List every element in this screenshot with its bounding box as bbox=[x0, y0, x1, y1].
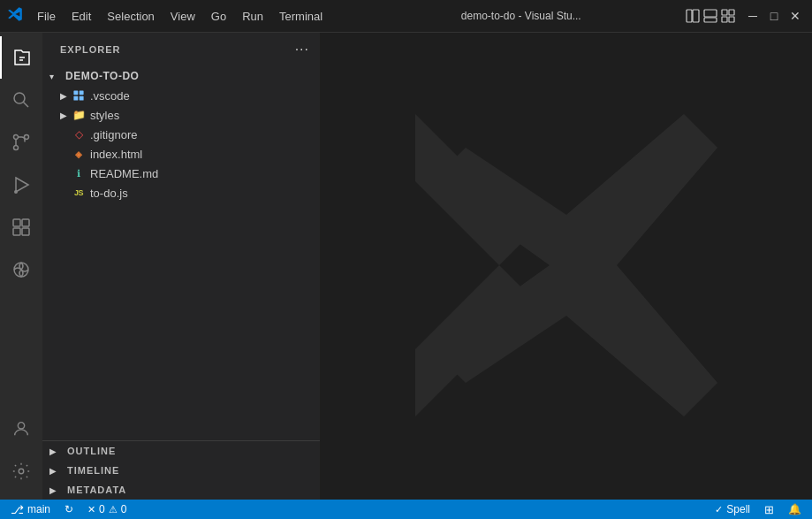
notification-bell-icon: 🔔 bbox=[788, 503, 801, 515]
svg-marker-13 bbox=[16, 178, 28, 192]
outline-panel-header[interactable]: ▶ OUTLINE bbox=[42, 441, 320, 461]
styles-arrow: ▶ bbox=[57, 111, 71, 120]
search-activity-icon[interactable] bbox=[0, 79, 42, 121]
vscode-watermark bbox=[398, 97, 734, 436]
vscode-logo bbox=[7, 6, 23, 27]
remote-status-item[interactable]: ⊞ bbox=[761, 503, 778, 516]
menu-edit[interactable]: Edit bbox=[65, 7, 98, 26]
svg-rect-23 bbox=[80, 90, 84, 95]
svg-point-10 bbox=[14, 135, 19, 140]
svg-rect-17 bbox=[13, 228, 20, 235]
minimize-button[interactable]: ─ bbox=[743, 6, 763, 26]
menu-run[interactable]: Run bbox=[235, 7, 270, 26]
todo-js-file-label: to-do.js bbox=[90, 187, 128, 200]
svg-point-20 bbox=[18, 423, 24, 429]
sync-icon: ↻ bbox=[65, 503, 73, 515]
panel-toggle-icon[interactable] bbox=[702, 8, 718, 24]
styles-folder-item[interactable]: ▶ 📁 styles bbox=[42, 105, 320, 125]
main-layout: EXPLORER ··· ▾ DEMO-TO-DO ▶ bbox=[0, 33, 812, 500]
metadata-panel-arrow: ▶ bbox=[49, 485, 64, 495]
branch-status-item[interactable]: ⎇ main bbox=[7, 503, 54, 516]
styles-folder-label: styles bbox=[90, 109, 119, 122]
maximize-button[interactable]: □ bbox=[764, 6, 784, 26]
timeline-panel-header[interactable]: ▶ TIMELINE bbox=[42, 461, 320, 480]
menu-bar: File Edit Selection View Go Run Terminal bbox=[30, 7, 358, 26]
run-debug-activity-icon[interactable] bbox=[0, 164, 42, 206]
metadata-panel-header[interactable]: ▶ METADATA bbox=[42, 480, 320, 500]
settings-activity-icon[interactable] bbox=[0, 450, 42, 492]
extensions-activity-icon[interactable] bbox=[0, 206, 42, 248]
svg-rect-2 bbox=[704, 10, 717, 17]
status-bar-right: ✓ Spell ⊞ 🔔 bbox=[711, 503, 805, 516]
svg-rect-22 bbox=[73, 90, 78, 95]
file-tree: ▾ DEMO-TO-DO ▶ .vscode ▶ bbox=[42, 66, 320, 440]
root-folder[interactable]: ▾ DEMO-TO-DO bbox=[42, 66, 320, 86]
remote-explorer-activity-icon[interactable] bbox=[0, 248, 42, 291]
warning-icon: ⚠ bbox=[109, 504, 118, 515]
sync-status-item[interactable]: ↻ bbox=[61, 503, 77, 515]
title-bar: File Edit Selection View Go Run Terminal… bbox=[0, 0, 812, 33]
svg-rect-1 bbox=[693, 10, 699, 22]
sidebar-toggle-icon[interactable] bbox=[685, 8, 701, 24]
readme-file-item[interactable]: ℹ README.md bbox=[42, 164, 320, 183]
spell-label: Spell bbox=[726, 503, 750, 515]
menu-view[interactable]: View bbox=[163, 7, 202, 26]
svg-rect-24 bbox=[73, 96, 78, 101]
svg-rect-6 bbox=[722, 17, 727, 22]
gitignore-file-item[interactable]: ◇ .gitignore bbox=[42, 125, 320, 144]
timeline-panel-arrow: ▶ bbox=[49, 466, 64, 476]
metadata-panel-title: METADATA bbox=[67, 485, 126, 495]
warning-count: 0 bbox=[121, 503, 127, 515]
activity-bar bbox=[0, 33, 42, 500]
menu-terminal[interactable]: Terminal bbox=[272, 7, 330, 26]
vscode-arrow: ▶ bbox=[57, 91, 71, 101]
menu-file[interactable]: File bbox=[30, 7, 63, 26]
todo-js-file-item[interactable]: JS to-do.js bbox=[42, 183, 320, 202]
outline-panel-arrow: ▶ bbox=[49, 446, 64, 456]
root-folder-arrow: ▾ bbox=[49, 72, 64, 81]
editor-area bbox=[320, 33, 812, 500]
gitignore-file-icon: ◇ bbox=[71, 126, 87, 142]
menu-go[interactable]: Go bbox=[204, 7, 233, 26]
timeline-panel-title: TIMELINE bbox=[67, 465, 119, 476]
notification-status-item[interactable]: 🔔 bbox=[785, 503, 805, 515]
layout-icon[interactable] bbox=[720, 8, 736, 24]
svg-rect-16 bbox=[22, 219, 29, 226]
status-bar: ⎇ main ↻ ✕ 0 ⚠ 0 ✓ Spell ⊞ 🔔 bbox=[0, 500, 812, 519]
branch-name: main bbox=[27, 503, 50, 515]
svg-rect-25 bbox=[80, 96, 84, 101]
explorer-title: EXPLORER bbox=[60, 44, 121, 55]
status-bar-left: ⎇ main ↻ ✕ 0 ⚠ 0 bbox=[7, 503, 130, 516]
svg-rect-3 bbox=[704, 18, 717, 22]
bottom-panels: ▶ OUTLINE ▶ TIMELINE ▶ METADATA bbox=[42, 440, 320, 500]
activity-bottom bbox=[0, 408, 42, 500]
svg-rect-18 bbox=[22, 228, 29, 235]
branch-icon: ⎇ bbox=[11, 503, 24, 516]
close-button[interactable]: ✕ bbox=[785, 6, 805, 26]
remote-icon: ⊞ bbox=[764, 503, 774, 516]
index-html-file-label: index.html bbox=[90, 148, 142, 161]
svg-rect-7 bbox=[729, 17, 734, 22]
vscode-folder-item[interactable]: ▶ .vscode bbox=[42, 86, 320, 105]
source-control-activity-icon[interactable] bbox=[0, 121, 42, 164]
outline-panel-title: OUTLINE bbox=[67, 446, 116, 456]
readme-file-icon: ℹ bbox=[71, 165, 87, 181]
accounts-activity-icon[interactable] bbox=[0, 408, 42, 450]
index-html-file-item[interactable]: ◈ index.html bbox=[42, 144, 320, 164]
vscode-folder-label: .vscode bbox=[90, 89, 130, 103]
layout-icons bbox=[685, 8, 736, 24]
menu-selection[interactable]: Selection bbox=[100, 7, 161, 26]
svg-point-21 bbox=[19, 469, 24, 474]
svg-line-9 bbox=[24, 103, 29, 108]
explorer-more-button[interactable]: ··· bbox=[295, 42, 309, 57]
svg-point-12 bbox=[14, 146, 19, 150]
vscode-folder-icon bbox=[71, 88, 87, 103]
error-icon: ✕ bbox=[87, 504, 95, 515]
spell-status-item[interactable]: ✓ Spell bbox=[711, 503, 754, 515]
errors-status-item[interactable]: ✕ 0 ⚠ 0 bbox=[84, 503, 130, 515]
svg-point-8 bbox=[14, 93, 25, 103]
todo-js-file-icon: JS bbox=[71, 185, 87, 201]
window-controls: ─ □ ✕ bbox=[743, 6, 805, 26]
svg-point-14 bbox=[14, 190, 18, 194]
explorer-activity-icon[interactable] bbox=[0, 36, 42, 79]
